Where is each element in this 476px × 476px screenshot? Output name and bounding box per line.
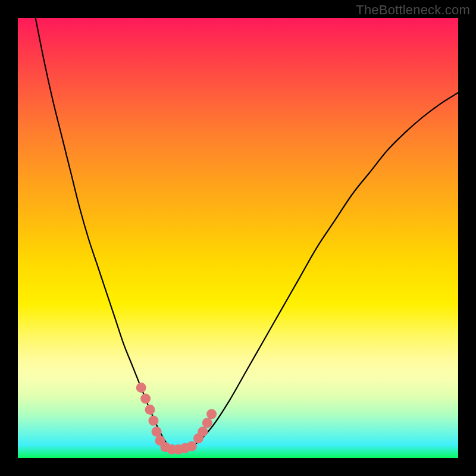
marker-point (198, 427, 208, 437)
marker-point (145, 405, 155, 415)
marker-point (136, 383, 146, 393)
watermark-text: TheBottleneck.com (356, 2, 470, 18)
marker-point (206, 409, 217, 419)
marker-point (187, 441, 197, 452)
marker-point (140, 394, 151, 404)
marker-point (148, 416, 158, 426)
marker-point (152, 427, 162, 437)
highlight-markers (18, 18, 458, 458)
marker-point (202, 418, 212, 428)
